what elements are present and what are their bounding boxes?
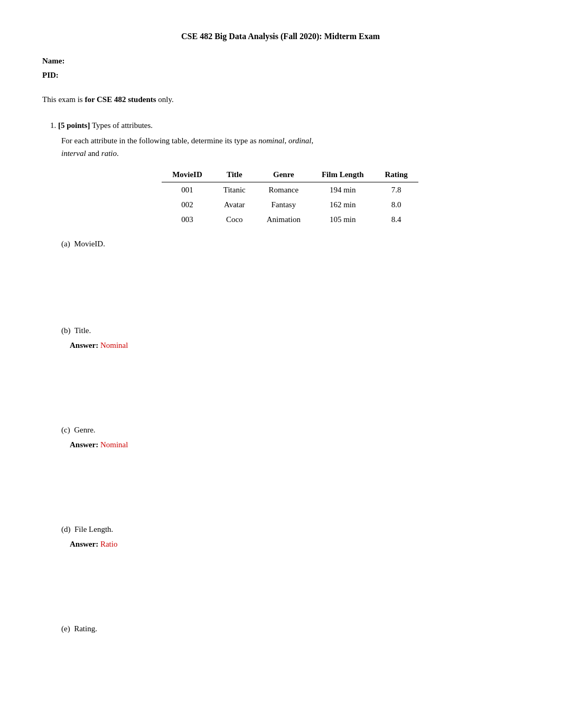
cell-rating-1: 7.8 <box>375 182 418 198</box>
sub-question-b: (b) Title. Answer: Nominal <box>61 324 519 415</box>
cell-rating-3: 8.4 <box>375 212 418 227</box>
sub-c-attr: Genre. <box>74 426 95 434</box>
q1-label: Types of attributes. <box>90 121 153 130</box>
desc-prefix: For each attribute in the following tabl… <box>61 136 258 145</box>
sub-b-letter: (b) <box>61 326 71 335</box>
cell-title-2: Avatar <box>213 197 256 212</box>
sub-a-attr: MovieID. <box>74 239 105 248</box>
sub-c-answer-label: Answer: <box>70 440 98 449</box>
sub-e-label: (e) Rating. <box>61 622 519 635</box>
cell-genre-1: Romance <box>256 182 311 198</box>
col-filmlength: Film Length <box>311 167 375 182</box>
sub-c-answer-value: Nominal <box>100 440 128 449</box>
title-text: CSE 482 Big Data Analysis (Fall 2020): M… <box>181 32 380 41</box>
table-row: 003 Coco Animation 105 min 8.4 <box>162 212 418 227</box>
cell-rating-2: 8.0 <box>375 197 418 212</box>
notice-suffix: only. <box>156 95 174 104</box>
sub-question-e: (e) Rating. <box>61 622 519 635</box>
sub-question-d: (d) File Length. Answer: Ratio <box>61 523 519 614</box>
sub-a-spacer <box>61 252 519 316</box>
sub-c-label: (c) Genre. <box>61 423 519 436</box>
sub-b-label: (b) Title. <box>61 324 519 337</box>
sub-b-answer-label: Answer: <box>70 341 98 349</box>
sub-d-label: (d) File Length. <box>61 523 519 536</box>
col-title: Title <box>213 167 256 182</box>
sub-b-spacer <box>61 352 519 415</box>
cell-genre-3: Animation <box>256 212 311 227</box>
cell-genre-2: Fantasy <box>256 197 311 212</box>
q1-description: For each attribute in the following tabl… <box>61 134 519 160</box>
sub-e-attr: Rating. <box>74 624 97 633</box>
data-table-wrapper: MovieID Title Genre Film Length Rating 0… <box>61 167 519 227</box>
cell-movieid-1: 001 <box>162 182 213 198</box>
cell-movieid-2: 002 <box>162 197 213 212</box>
pid-label: PID: <box>42 71 59 79</box>
cell-title-3: Coco <box>213 212 256 227</box>
page-title: CSE 482 Big Data Analysis (Fall 2020): M… <box>42 32 519 41</box>
sub-questions: (a) MovieID. (b) Title. Answer: Nominal … <box>61 237 519 635</box>
table-header-row: MovieID Title Genre Film Length Rating <box>162 167 418 182</box>
desc-interval: interval <box>61 149 86 158</box>
table-row: 001 Titanic Romance 194 min 7.8 <box>162 182 418 198</box>
name-label: Name: <box>42 57 64 65</box>
cell-length-3: 105 min <box>311 212 375 227</box>
sub-question-c: (c) Genre. Answer: Nominal <box>61 423 519 514</box>
q1-points: [5 points] <box>58 121 90 130</box>
sub-b-answer: Answer: Nominal <box>70 339 519 352</box>
sub-question-a: (a) MovieID. <box>61 237 519 316</box>
desc-end: . <box>117 149 119 158</box>
desc-ratio: ratio <box>101 149 117 158</box>
sub-d-letter: (d) <box>61 525 71 533</box>
desc-comma1: , <box>284 136 288 145</box>
name-line: Name: <box>42 54 519 68</box>
name-pid-block: Name: PID: <box>42 54 519 82</box>
sub-d-attr: File Length. <box>74 525 113 533</box>
sub-a-label: (a) MovieID. <box>61 237 519 250</box>
sub-c-answer: Answer: Nominal <box>70 438 519 451</box>
question-1: 1. [5 points] Types of attributes. For e… <box>42 121 519 635</box>
col-genre: Genre <box>256 167 311 182</box>
sub-d-answer: Answer: Ratio <box>70 538 519 550</box>
q1-num: 1. <box>50 121 56 130</box>
cell-movieid-3: 003 <box>162 212 213 227</box>
sub-b-attr: Title. <box>74 326 91 335</box>
sub-d-answer-label: Answer: <box>70 540 98 548</box>
desc-and: and <box>86 149 101 158</box>
exam-notice: This exam is for CSE 482 students only. <box>42 95 519 104</box>
pid-line: PID: <box>42 68 519 82</box>
sub-d-spacer <box>61 550 519 614</box>
sub-c-letter: (c) <box>61 426 70 434</box>
notice-prefix: This exam is <box>42 95 85 104</box>
sub-c-spacer <box>61 451 519 514</box>
col-rating: Rating <box>375 167 418 182</box>
movie-table: MovieID Title Genre Film Length Rating 0… <box>162 167 418 227</box>
table-row: 002 Avatar Fantasy 162 min 8.0 <box>162 197 418 212</box>
question-1-number: 1. [5 points] Types of attributes. <box>42 121 519 130</box>
notice-bold: for CSE 482 students <box>85 95 156 104</box>
sub-a-letter: (a) <box>61 239 70 248</box>
question-1-body: For each attribute in the following tabl… <box>61 134 519 635</box>
desc-ordinal: ordinal <box>288 136 312 145</box>
sub-b-answer-value: Nominal <box>100 341 128 349</box>
sub-e-letter: (e) <box>61 624 70 633</box>
desc-nominal: nominal <box>258 136 284 145</box>
cell-length-1: 194 min <box>311 182 375 198</box>
desc-comma2: , <box>312 136 314 145</box>
cell-title-1: Titanic <box>213 182 256 198</box>
col-movieid: MovieID <box>162 167 213 182</box>
sub-d-answer-value: Ratio <box>100 540 118 548</box>
cell-length-2: 162 min <box>311 197 375 212</box>
